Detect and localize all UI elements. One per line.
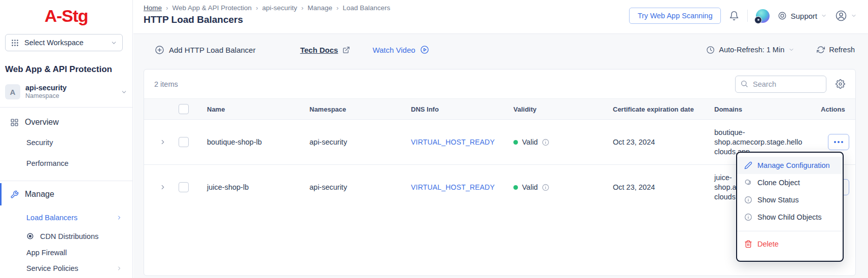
pencil-icon — [744, 161, 752, 169]
refresh-button[interactable]: Refresh — [817, 46, 855, 54]
namespace-selector[interactable]: A api-security Namespace — [5, 84, 127, 100]
cell-dns-info-link[interactable]: VIRTUAL_HOST_READY — [411, 138, 513, 146]
row-expander-icon[interactable] — [159, 184, 179, 191]
add-http-load-balancer-button[interactable]: Add HTTP Load Balancer — [155, 45, 256, 55]
sidebar-item-load-balancers[interactable]: Load Balancers — [0, 207, 132, 228]
support-label: Support — [790, 12, 817, 20]
table-toolbar: 2 items — [144, 70, 855, 98]
column-header-cert-expiration[interactable]: Certificate expiration date — [613, 106, 714, 113]
row-actions-button[interactable] — [828, 134, 849, 150]
menu-item-label: Manage Configuration — [757, 161, 830, 169]
cdn-icon — [26, 232, 34, 240]
workspace-title: Web App & API Protection — [5, 64, 127, 75]
sphere-badge — [754, 16, 762, 24]
cell-cert-expiration: Oct 23, 2024 — [613, 183, 714, 191]
breadcrumb-item[interactable]: Load Balancers — [342, 4, 390, 12]
watch-video-link[interactable]: Watch Video — [372, 45, 429, 54]
namespace-avatar: A — [5, 84, 20, 99]
cell-name: juice-shop-lb — [207, 183, 309, 191]
cell-namespace: api-security — [309, 183, 411, 191]
sidebar-item-label: App Firewall — [26, 249, 67, 257]
sidebar-item-label: CDN Distributions — [40, 232, 98, 240]
info-icon[interactable] — [542, 138, 549, 146]
menu-item-label: Show Status — [757, 196, 798, 204]
search-box — [735, 76, 826, 93]
sidebar-item-cdn-distributions[interactable]: CDN Distributions — [0, 228, 132, 245]
brand-logo: A-Stg — [0, 6, 132, 26]
menu-item-label: Show Child Objects — [757, 213, 822, 221]
sidebar-item-label: Service Policies — [26, 264, 78, 272]
sidebar-item-label: Security — [26, 138, 53, 147]
workspace-selector[interactable]: Select Workspace — [5, 34, 123, 51]
breadcrumb-item[interactable]: Manage — [307, 4, 332, 12]
sidebar-item-security[interactable]: Security — [0, 132, 132, 153]
add-button-label: Add HTTP Load Balancer — [169, 46, 256, 54]
sidebar-item-performance[interactable]: Performance — [0, 153, 132, 173]
column-header-validity[interactable]: Validity — [513, 106, 613, 113]
auto-refresh-dropdown[interactable]: Auto-Refresh: 1 Min — [706, 46, 794, 54]
sidebar: A-Stg Select Workspace Web App & API Pro… — [0, 0, 133, 278]
info-icon[interactable] — [542, 184, 549, 191]
cell-validity: Valid — [513, 183, 613, 191]
play-circle-icon — [420, 45, 429, 54]
sidebar-item-service-policies[interactable]: Service Policies — [0, 261, 132, 276]
row-expander-icon[interactable] — [159, 138, 179, 146]
column-header-actions: Actions — [821, 106, 855, 113]
toolbar: Add HTTP Load Balancer Tech Docs Watch V… — [133, 34, 868, 65]
menu-item-delete[interactable]: Delete — [737, 235, 843, 253]
header-actions: Try Web App Scanning Support — [629, 7, 857, 24]
select-all-checkbox[interactable] — [179, 104, 189, 114]
chevron-down-icon — [821, 13, 827, 19]
breadcrumb-item[interactable]: Web App & API Protection — [172, 4, 252, 12]
column-header-domains[interactable]: Domains — [714, 106, 821, 113]
menu-item-label: Delete — [757, 240, 779, 248]
column-header-dns-info[interactable]: DNS Info — [411, 106, 513, 113]
header-divider — [747, 10, 748, 22]
sidebar-item-app-firewall[interactable]: App Firewall — [0, 245, 132, 261]
chevron-down-icon — [788, 47, 794, 53]
gear-icon[interactable] — [836, 79, 845, 89]
column-header-name[interactable]: Name — [207, 106, 309, 113]
row-checkbox[interactable] — [179, 182, 189, 192]
chevron-down-icon — [121, 89, 127, 95]
plus-circle-icon — [155, 45, 164, 55]
breadcrumb-item[interactable]: api-security — [262, 4, 297, 12]
chevron-right-icon — [116, 265, 122, 271]
bell-icon[interactable] — [729, 11, 739, 21]
cell-namespace: api-security — [309, 138, 411, 146]
cell-name: boutique-shop-lb — [207, 138, 309, 146]
workspace-selector-label: Select Workspace — [24, 39, 84, 47]
menu-item-show-status[interactable]: Show Status — [737, 191, 843, 208]
support-menu[interactable]: Support — [778, 11, 827, 20]
sidebar-item-rate-limiter-policies[interactable]: Rate Limiter Policies — [0, 276, 132, 278]
refresh-label: Refresh — [829, 46, 855, 54]
user-menu[interactable] — [835, 10, 857, 22]
page-title: HTTP Load Balancers — [144, 14, 243, 25]
menu-divider — [737, 231, 843, 231]
menu-item-manage-configuration[interactable]: Manage Configuration — [737, 157, 843, 174]
breadcrumb-home[interactable]: Home — [144, 4, 162, 12]
search-input[interactable] — [735, 76, 826, 93]
cell-dns-info-link[interactable]: VIRTUAL_HOST_READY — [411, 183, 513, 191]
tech-docs-label: Tech Docs — [300, 46, 338, 54]
row-checkbox[interactable] — [179, 137, 189, 147]
menu-item-label: Clone Object — [757, 179, 800, 187]
cell-cert-expiration: Oct 23, 2024 — [613, 138, 714, 146]
app-root: A-Stg Select Workspace Web App & API Pro… — [0, 0, 868, 278]
row-actions-context-menu: Manage Configuration Clone Object Show S… — [736, 152, 844, 262]
workspace-sphere-icon[interactable] — [756, 9, 770, 23]
tech-docs-link[interactable]: Tech Docs — [300, 46, 351, 54]
sidebar-item-overview[interactable]: Overview — [0, 113, 132, 132]
namespace-sublabel: Namespace — [25, 92, 66, 100]
sidebar-item-label: Load Balancers — [26, 214, 78, 222]
clone-icon — [744, 179, 752, 187]
menu-item-show-child-objects[interactable]: Show Child Objects — [737, 208, 843, 226]
menu-item-clone-object[interactable]: Clone Object — [737, 174, 843, 191]
try-web-app-scanning-button[interactable]: Try Web App Scanning — [629, 8, 721, 24]
auto-refresh-label: Auto-Refresh: 1 Min — [719, 46, 784, 54]
sidebar-item-label: Manage — [25, 190, 54, 199]
sidebar-item-manage[interactable]: Manage — [0, 181, 132, 207]
valid-status-dot — [513, 140, 518, 145]
column-header-namespace[interactable]: Namespace — [309, 106, 411, 113]
cell-validity: Valid — [513, 138, 613, 146]
